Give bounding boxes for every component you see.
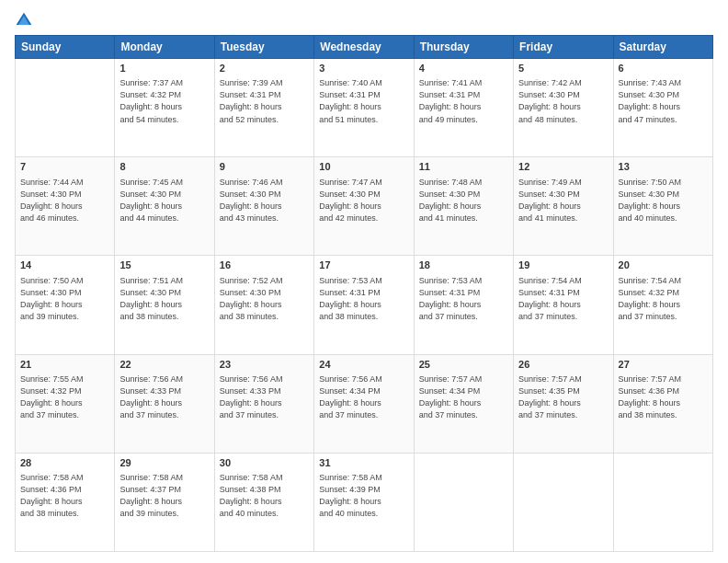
calendar-cell: 21Sunrise: 7:55 AM Sunset: 4:32 PM Dayli… (16, 354, 115, 453)
day-info: Sunrise: 7:45 AM Sunset: 4:30 PM Dayligh… (119, 177, 209, 224)
day-number: 23 (220, 358, 309, 372)
calendar-cell (16, 59, 115, 157)
calendar: SundayMondayTuesdayWednesdayThursdayFrid… (15, 35, 713, 552)
calendar-body: 1Sunrise: 7:37 AM Sunset: 4:32 PM Daylig… (16, 59, 713, 552)
day-info: Sunrise: 7:58 AM Sunset: 4:38 PM Dayligh… (220, 472, 309, 520)
day-number: 21 (20, 358, 109, 372)
day-number: 31 (319, 456, 408, 470)
day-number: 16 (220, 259, 309, 272)
day-info: Sunrise: 7:57 AM Sunset: 4:35 PM Dayligh… (518, 373, 608, 421)
day-number: 18 (419, 259, 508, 272)
day-info: Sunrise: 7:49 AM Sunset: 4:30 PM Dayligh… (518, 177, 608, 224)
day-info: Sunrise: 7:56 AM Sunset: 4:33 PM Dayligh… (220, 373, 309, 421)
day-number: 5 (518, 62, 608, 75)
calendar-cell: 14Sunrise: 7:50 AM Sunset: 4:30 PM Dayli… (16, 256, 115, 354)
day-info: Sunrise: 7:58 AM Sunset: 4:37 PM Dayligh… (119, 472, 209, 520)
day-info: Sunrise: 7:41 AM Sunset: 4:31 PM Dayligh… (419, 77, 508, 125)
day-number: 14 (20, 259, 109, 272)
calendar-cell: 31Sunrise: 7:58 AM Sunset: 4:39 PM Dayli… (314, 453, 414, 551)
day-number: 20 (619, 259, 708, 272)
calendar-cell: 6Sunrise: 7:43 AM Sunset: 4:30 PM Daylig… (613, 59, 712, 157)
logo (15, 11, 37, 29)
calendar-cell: 24Sunrise: 7:56 AM Sunset: 4:34 PM Dayli… (314, 354, 414, 453)
day-info: Sunrise: 7:53 AM Sunset: 4:31 PM Dayligh… (419, 275, 508, 323)
day-info: Sunrise: 7:54 AM Sunset: 4:31 PM Dayligh… (518, 275, 608, 323)
calendar-cell (514, 453, 613, 551)
day-header-friday: Friday (514, 36, 613, 59)
calendar-cell: 5Sunrise: 7:42 AM Sunset: 4:30 PM Daylig… (514, 59, 613, 157)
calendar-cell: 27Sunrise: 7:57 AM Sunset: 4:36 PM Dayli… (613, 354, 712, 453)
day-info: Sunrise: 7:55 AM Sunset: 4:32 PM Dayligh… (20, 373, 109, 421)
day-info: Sunrise: 7:42 AM Sunset: 4:30 PM Dayligh… (518, 77, 608, 125)
day-info: Sunrise: 7:43 AM Sunset: 4:30 PM Dayligh… (619, 77, 708, 125)
day-info: Sunrise: 7:57 AM Sunset: 4:36 PM Dayligh… (619, 373, 708, 421)
day-number: 26 (518, 358, 608, 372)
week-row-2: 7Sunrise: 7:44 AM Sunset: 4:30 PM Daylig… (16, 157, 713, 256)
calendar-cell: 3Sunrise: 7:40 AM Sunset: 4:31 PM Daylig… (314, 59, 414, 157)
day-info: Sunrise: 7:58 AM Sunset: 4:39 PM Dayligh… (319, 472, 408, 520)
day-info: Sunrise: 7:51 AM Sunset: 4:30 PM Dayligh… (119, 275, 209, 323)
week-row-5: 28Sunrise: 7:58 AM Sunset: 4:36 PM Dayli… (16, 453, 713, 551)
calendar-cell: 8Sunrise: 7:45 AM Sunset: 4:30 PM Daylig… (115, 157, 214, 256)
day-info: Sunrise: 7:37 AM Sunset: 4:32 PM Dayligh… (119, 77, 209, 125)
day-number: 25 (419, 358, 508, 372)
day-header-thursday: Thursday (414, 36, 513, 59)
day-info: Sunrise: 7:46 AM Sunset: 4:30 PM Dayligh… (220, 177, 309, 224)
day-number: 8 (119, 160, 209, 174)
calendar-cell: 19Sunrise: 7:54 AM Sunset: 4:31 PM Dayli… (514, 256, 613, 354)
calendar-cell: 25Sunrise: 7:57 AM Sunset: 4:34 PM Dayli… (414, 354, 513, 453)
calendar-cell: 20Sunrise: 7:54 AM Sunset: 4:32 PM Dayli… (613, 256, 712, 354)
day-info: Sunrise: 7:39 AM Sunset: 4:31 PM Dayligh… (220, 77, 309, 125)
page: SundayMondayTuesdayWednesdayThursdayFrid… (0, 0, 728, 563)
day-number: 13 (619, 160, 708, 174)
calendar-cell: 17Sunrise: 7:53 AM Sunset: 4:31 PM Dayli… (314, 256, 414, 354)
calendar-header: SundayMondayTuesdayWednesdayThursdayFrid… (16, 36, 713, 59)
day-number: 9 (220, 160, 309, 174)
day-number: 11 (419, 160, 508, 174)
week-row-1: 1Sunrise: 7:37 AM Sunset: 4:32 PM Daylig… (16, 59, 713, 157)
day-number: 1 (119, 62, 209, 75)
day-info: Sunrise: 7:57 AM Sunset: 4:34 PM Dayligh… (419, 373, 508, 421)
calendar-cell: 15Sunrise: 7:51 AM Sunset: 4:30 PM Dayli… (115, 256, 214, 354)
day-number: 22 (119, 358, 209, 372)
calendar-cell: 18Sunrise: 7:53 AM Sunset: 4:31 PM Dayli… (414, 256, 513, 354)
day-header-tuesday: Tuesday (214, 36, 313, 59)
day-header-monday: Monday (115, 36, 214, 59)
day-info: Sunrise: 7:53 AM Sunset: 4:31 PM Dayligh… (319, 275, 408, 323)
calendar-cell: 30Sunrise: 7:58 AM Sunset: 4:38 PM Dayli… (214, 453, 313, 551)
day-info: Sunrise: 7:47 AM Sunset: 4:30 PM Dayligh… (319, 177, 408, 224)
day-info: Sunrise: 7:54 AM Sunset: 4:32 PM Dayligh… (619, 275, 708, 323)
calendar-cell: 2Sunrise: 7:39 AM Sunset: 4:31 PM Daylig… (214, 59, 313, 157)
day-info: Sunrise: 7:58 AM Sunset: 4:36 PM Dayligh… (20, 472, 109, 520)
day-number: 12 (518, 160, 608, 174)
day-number: 17 (319, 259, 408, 272)
logo-icon (15, 11, 33, 29)
calendar-cell: 13Sunrise: 7:50 AM Sunset: 4:30 PM Dayli… (613, 157, 712, 256)
day-info: Sunrise: 7:44 AM Sunset: 4:30 PM Dayligh… (20, 177, 109, 224)
day-number: 29 (119, 456, 209, 470)
header (15, 11, 713, 29)
day-number: 15 (119, 259, 209, 272)
calendar-cell (414, 453, 513, 551)
day-number: 3 (319, 62, 408, 75)
day-info: Sunrise: 7:40 AM Sunset: 4:31 PM Dayligh… (319, 77, 408, 125)
calendar-cell: 28Sunrise: 7:58 AM Sunset: 4:36 PM Dayli… (16, 453, 115, 551)
header-row: SundayMondayTuesdayWednesdayThursdayFrid… (16, 36, 713, 59)
calendar-cell: 12Sunrise: 7:49 AM Sunset: 4:30 PM Dayli… (514, 157, 613, 256)
day-header-sunday: Sunday (16, 36, 115, 59)
day-number: 6 (619, 62, 708, 75)
calendar-cell: 9Sunrise: 7:46 AM Sunset: 4:30 PM Daylig… (214, 157, 313, 256)
calendar-cell: 10Sunrise: 7:47 AM Sunset: 4:30 PM Dayli… (314, 157, 414, 256)
day-info: Sunrise: 7:50 AM Sunset: 4:30 PM Dayligh… (619, 177, 708, 224)
day-number: 2 (220, 62, 309, 75)
day-number: 24 (319, 358, 408, 372)
day-info: Sunrise: 7:56 AM Sunset: 4:33 PM Dayligh… (119, 373, 209, 421)
day-number: 30 (220, 456, 309, 470)
calendar-cell: 16Sunrise: 7:52 AM Sunset: 4:30 PM Dayli… (214, 256, 313, 354)
day-info: Sunrise: 7:50 AM Sunset: 4:30 PM Dayligh… (20, 275, 109, 323)
calendar-cell: 1Sunrise: 7:37 AM Sunset: 4:32 PM Daylig… (115, 59, 214, 157)
day-info: Sunrise: 7:56 AM Sunset: 4:34 PM Dayligh… (319, 373, 408, 421)
calendar-cell: 23Sunrise: 7:56 AM Sunset: 4:33 PM Dayli… (214, 354, 313, 453)
day-number: 4 (419, 62, 508, 75)
day-number: 7 (20, 160, 109, 174)
